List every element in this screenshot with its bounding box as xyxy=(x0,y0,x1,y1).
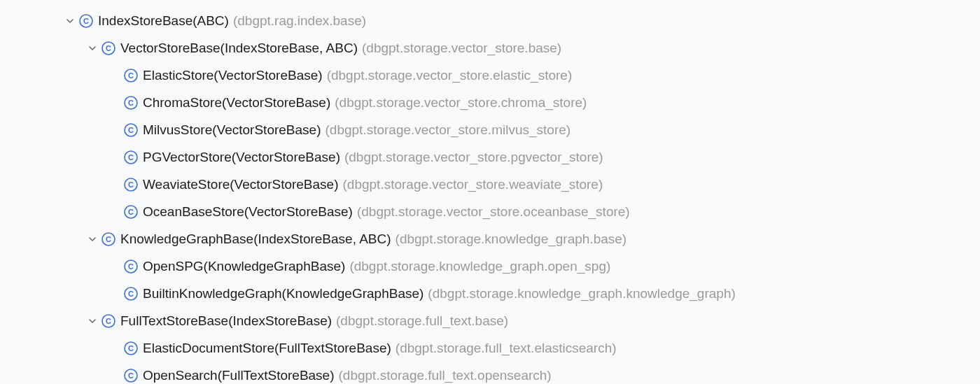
svg-text:C: C xyxy=(128,371,134,380)
class-signature: ChromaStore(VectorStoreBase) xyxy=(143,95,330,111)
svg-text:C: C xyxy=(128,344,134,353)
tree-row[interactable]: CBuiltinKnowledgeGraph(KnowledgeGraphBas… xyxy=(63,280,980,307)
chevron-down-icon[interactable] xyxy=(63,17,77,25)
class-signature: ElasticStore(VectorStoreBase) xyxy=(143,68,323,83)
class-icon: C xyxy=(123,204,139,220)
tree-row[interactable]: CPGVectorStore(VectorStoreBase)(dbgpt.st… xyxy=(63,143,980,171)
tree-row[interactable]: COceanBaseStore(VectorStoreBase)(dbgpt.s… xyxy=(63,198,980,225)
chevron-down-icon[interactable] xyxy=(85,317,99,325)
class-signature: IndexStoreBase(ABC) xyxy=(98,13,229,29)
tree-row[interactable]: COpenSearch(FullTextStoreBase)(dbgpt.sto… xyxy=(63,362,980,384)
class-signature: OceanBaseStore(VectorStoreBase) xyxy=(143,204,353,220)
module-path: (dbgpt.storage.full_text.base) xyxy=(336,313,508,329)
class-signature: FullTextStoreBase(IndexStoreBase) xyxy=(120,313,332,329)
class-signature: OpenSPG(KnowledgeGraphBase) xyxy=(143,259,345,274)
class-signature: ElasticDocumentStore(FullTextStoreBase) xyxy=(143,341,391,356)
chevron-down-icon[interactable] xyxy=(85,44,99,52)
svg-text:C: C xyxy=(128,99,134,107)
svg-text:C: C xyxy=(128,180,134,189)
class-icon: C xyxy=(123,95,139,111)
module-path: (dbgpt.storage.full_text.opensearch) xyxy=(339,368,552,383)
svg-text:C: C xyxy=(128,71,134,80)
module-path: (dbgpt.storage.vector_store.weaviate_sto… xyxy=(343,177,603,192)
chevron-down-icon[interactable] xyxy=(85,235,99,243)
svg-text:C: C xyxy=(128,290,134,298)
svg-text:C: C xyxy=(128,262,134,271)
class-icon: C xyxy=(123,68,139,83)
tree-row[interactable]: CIndexStoreBase(ABC)(dbgpt.rag.index.bas… xyxy=(63,7,980,34)
class-signature: WeaviateStore(VectorStoreBase) xyxy=(143,177,339,192)
module-path: (dbgpt.storage.knowledge_graph.knowledge… xyxy=(428,286,735,301)
class-signature: MilvusStore(VectorStoreBase) xyxy=(143,122,321,138)
class-icon: C xyxy=(123,150,139,165)
svg-text:C: C xyxy=(106,235,111,243)
class-icon: C xyxy=(123,177,139,192)
module-path: (dbgpt.storage.vector_store.chroma_store… xyxy=(335,95,587,111)
module-path: (dbgpt.storage.knowledge_graph.open_spg) xyxy=(349,259,610,274)
class-icon: C xyxy=(101,232,116,247)
svg-text:C: C xyxy=(128,153,134,162)
tree-row[interactable]: CVectorStoreBase(IndexStoreBase, ABC)(db… xyxy=(63,34,980,62)
tree-row[interactable]: CKnowledgeGraphBase(IndexStoreBase, ABC)… xyxy=(63,225,980,253)
module-path: (dbgpt.storage.vector_store.pgvector_sto… xyxy=(344,150,603,165)
module-path: (dbgpt.rag.index.base) xyxy=(233,13,366,29)
tree-row[interactable]: CChromaStore(VectorStoreBase)(dbgpt.stor… xyxy=(63,89,980,116)
class-signature: OpenSearch(FullTextStoreBase) xyxy=(143,368,335,383)
tree-row[interactable]: CElasticStore(VectorStoreBase)(dbgpt.sto… xyxy=(63,62,980,89)
svg-text:C: C xyxy=(106,317,111,325)
svg-text:C: C xyxy=(106,44,111,52)
class-hierarchy-tree: CIndexStoreBase(ABC)(dbgpt.rag.index.bas… xyxy=(0,7,980,384)
class-signature: PGVectorStore(VectorStoreBase) xyxy=(143,150,340,165)
svg-text:C: C xyxy=(128,126,134,134)
class-signature: BuiltinKnowledgeGraph(KnowledgeGraphBase… xyxy=(143,286,424,301)
class-icon: C xyxy=(123,341,139,356)
class-signature: KnowledgeGraphBase(IndexStoreBase, ABC) xyxy=(120,232,391,247)
svg-text:C: C xyxy=(128,208,134,216)
module-path: (dbgpt.storage.full_text.elasticsearch) xyxy=(396,341,617,356)
class-icon: C xyxy=(123,368,139,383)
module-path: (dbgpt.storage.vector_store.elastic_stor… xyxy=(327,68,573,83)
class-icon: C xyxy=(78,13,94,29)
tree-row[interactable]: COpenSPG(KnowledgeGraphBase)(dbgpt.stora… xyxy=(63,253,980,280)
module-path: (dbgpt.storage.vector_store.base) xyxy=(362,41,561,56)
module-path: (dbgpt.storage.vector_store.oceanbase_st… xyxy=(357,204,630,220)
class-icon: C xyxy=(101,41,116,56)
tree-row[interactable]: CFullTextStoreBase(IndexStoreBase)(dbgpt… xyxy=(63,307,980,334)
class-icon: C xyxy=(123,286,139,301)
class-signature: VectorStoreBase(IndexStoreBase, ABC) xyxy=(120,41,358,56)
tree-row[interactable]: CWeaviateStore(VectorStoreBase)(dbgpt.st… xyxy=(63,171,980,198)
tree-row[interactable]: CElasticDocumentStore(FullTextStoreBase)… xyxy=(63,334,980,362)
module-path: (dbgpt.storage.knowledge_graph.base) xyxy=(396,232,627,247)
class-icon: C xyxy=(101,313,116,329)
class-icon: C xyxy=(123,122,139,138)
svg-text:C: C xyxy=(83,17,89,25)
class-icon: C xyxy=(123,259,139,274)
module-path: (dbgpt.storage.vector_store.milvus_store… xyxy=(326,122,571,138)
tree-row[interactable]: CMilvusStore(VectorStoreBase)(dbgpt.stor… xyxy=(63,116,980,143)
